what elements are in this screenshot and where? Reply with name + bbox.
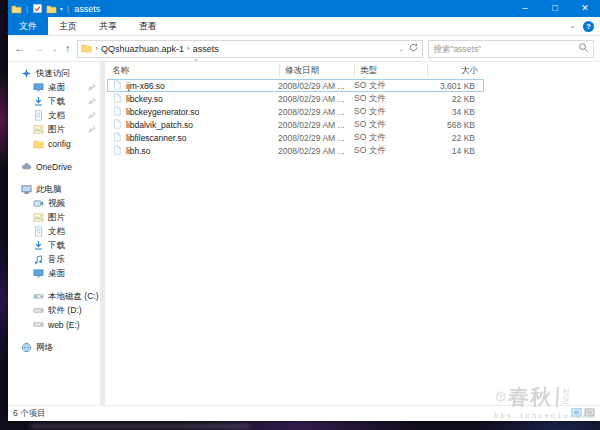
file-date-modified: 2008/02/29 AM ... xyxy=(278,146,354,156)
tab-file[interactable]: 文件 xyxy=(8,17,48,35)
up-button[interactable]: ↑ xyxy=(63,43,73,54)
file-list-pane: ⌃ 名称 修改日期 类型 大小 ijm-x86.so2008/02/29 AM … xyxy=(105,62,600,405)
window-title: assets xyxy=(74,4,100,14)
sidebar-item-desktop-pc[interactable]: 桌面 xyxy=(8,267,100,281)
file-icon xyxy=(112,80,122,92)
minimize-button[interactable]: – xyxy=(510,0,540,17)
close-button[interactable]: ✕ xyxy=(570,0,600,17)
sidebar-item-disk-c[interactable]: 本地磁盘 (C:) xyxy=(8,290,100,304)
tab-view[interactable]: 查看 xyxy=(128,17,168,35)
file-name: libckeygenerator.so xyxy=(126,107,199,117)
sidebar-item-label: 文档 xyxy=(48,226,65,238)
new-folder-icon[interactable] xyxy=(46,3,57,14)
file-list: ijm-x86.so2008/02/29 AM ...SO 文件3,601 KB… xyxy=(107,79,484,157)
sidebar-section-onedrive[interactable]: OneDrive xyxy=(8,160,100,174)
sidebar-section-this-pc[interactable]: 此电脑 xyxy=(8,183,100,197)
table-row[interactable]: libfilescanner.so2008/02/29 AM ...SO 文件2… xyxy=(107,131,484,144)
ribbon-tabs: 文件主页共享查看 ⌄ ? xyxy=(8,17,600,36)
sidebar-item-music[interactable]: 音乐 xyxy=(8,253,100,267)
sidebar-item-label: 下载 xyxy=(48,96,65,108)
table-row[interactable]: libckey.so2008/02/29 AM ...SO 文件22 KB xyxy=(107,92,484,105)
search-box xyxy=(428,40,594,58)
file-size: 22 KB xyxy=(427,94,479,104)
breadcrumb-segment[interactable]: QQshuazhuan.apk-1 xyxy=(101,44,184,54)
file-size: 14 KB xyxy=(427,146,479,156)
customize-toolbar-caret-icon[interactable]: ▾ xyxy=(60,6,63,12)
file-date-modified: 2008/02/29 AM ... xyxy=(278,120,354,130)
sidebar-item-label: 下载 xyxy=(48,240,65,252)
back-button[interactable]: ← xyxy=(12,43,27,54)
file-size: 34 KB xyxy=(427,107,479,117)
file-type: SO 文件 xyxy=(354,145,427,157)
column-header-name[interactable]: ⌃ 名称 xyxy=(107,64,279,77)
pin-icon xyxy=(88,125,100,135)
maximize-button[interactable]: □ xyxy=(540,0,570,17)
navigation-pane: 快速访问桌面下载文档图片configOneDrive此电脑视频图片文档下载音乐桌… xyxy=(8,62,100,405)
file-icon xyxy=(112,93,122,105)
sidebar-item-disk-e[interactable]: web (E:) xyxy=(8,318,100,332)
refresh-icon[interactable] xyxy=(408,42,419,55)
thumbnails-view-icon[interactable] xyxy=(584,407,595,420)
sidebar-item-documents[interactable]: 文档 xyxy=(8,109,100,123)
file-size: 3,601 KB xyxy=(427,81,479,91)
details-view-icon[interactable] xyxy=(571,407,582,420)
titlebar-separator: | xyxy=(25,4,29,13)
sidebar-item-label: 音乐 xyxy=(48,254,65,266)
recent-locations-caret-icon[interactable]: ⌄ xyxy=(52,45,58,53)
sidebar-item-downloads-pc[interactable]: 下载 xyxy=(8,239,100,253)
file-date-modified: 2008/02/29 AM ... xyxy=(278,81,354,91)
table-row[interactable]: libdalvik_patch.so2008/02/29 AM ...SO 文件… xyxy=(107,118,484,131)
column-header-size[interactable]: 大小 xyxy=(427,64,482,77)
search-icon[interactable] xyxy=(578,42,589,55)
sidebar-section-label: 快速访问 xyxy=(36,68,70,80)
titlebar-separator: | xyxy=(66,4,70,13)
address-dropdown-caret-icon[interactable]: ⌄ xyxy=(399,45,405,53)
sidebar-item-desktop[interactable]: 桌面 xyxy=(8,81,100,95)
properties-icon[interactable] xyxy=(32,3,43,14)
network-icon xyxy=(21,342,32,355)
file-name: ijm-x86.so xyxy=(126,81,165,91)
help-icon[interactable]: ? xyxy=(583,21,594,32)
quick-access-toolbar: | ▾ | xyxy=(8,3,70,14)
sidebar-item-label: 视频 xyxy=(48,198,65,210)
forward-button[interactable]: → xyxy=(32,43,47,54)
titlebar: | ▾ | assets – □ ✕ xyxy=(8,0,600,17)
drive-c-icon xyxy=(33,291,44,304)
ribbon-tabs-list: 文件主页共享查看 xyxy=(8,17,168,35)
star-icon xyxy=(21,68,32,81)
expand-ribbon-icon[interactable]: ⌄ xyxy=(569,22,576,30)
sidebar-item-config[interactable]: config xyxy=(8,137,100,151)
file-size: 22 KB xyxy=(427,133,479,143)
file-date-modified: 2008/02/29 AM ... xyxy=(278,107,354,117)
sidebar-section-network[interactable]: 网络 xyxy=(8,341,100,355)
table-row[interactable]: libckeygenerator.so2008/02/29 AM ...SO 文… xyxy=(107,105,484,118)
breadcrumb-segment[interactable]: assets xyxy=(193,44,219,54)
table-row[interactable]: ijm-x86.so2008/02/29 AM ...SO 文件3,601 KB xyxy=(107,79,484,92)
sidebar-item-documents-pc[interactable]: 文档 xyxy=(8,225,100,239)
file-date-modified: 2008/02/29 AM ... xyxy=(278,133,354,143)
sidebar-item-pictures-pc[interactable]: 图片 xyxy=(8,211,100,225)
sidebar-item-downloads[interactable]: 下载 xyxy=(8,95,100,109)
column-header-date-modified[interactable]: 修改日期 xyxy=(279,64,354,77)
document-icon xyxy=(33,226,44,239)
sidebar-item-label: 本地磁盘 (C:) xyxy=(48,291,99,303)
table-row[interactable]: libh.so2008/02/29 AM ...SO 文件14 KB xyxy=(107,144,484,157)
status-bar: 6 个项目 xyxy=(8,405,600,421)
file-name: libckey.so xyxy=(126,94,163,104)
address-bar[interactable]: › QQshuazhuan.apk-1›assets ⌄ xyxy=(77,40,423,58)
sidebar-item-pictures[interactable]: 图片 xyxy=(8,123,100,137)
picture-icon xyxy=(33,124,44,137)
drive-icon xyxy=(33,305,44,318)
sidebar-item-label: 桌面 xyxy=(48,268,65,280)
column-header-type[interactable]: 类型 xyxy=(354,64,427,77)
tab-share[interactable]: 共享 xyxy=(88,17,128,35)
sidebar-item-videos[interactable]: 视频 xyxy=(8,197,100,211)
tab-home[interactable]: 主页 xyxy=(48,17,88,35)
sidebar-section-quick-access[interactable]: 快速访问 xyxy=(8,67,100,81)
file-icon xyxy=(112,132,122,144)
sidebar-item-disk-d[interactable]: 软件 (D:) xyxy=(8,304,100,318)
sidebar-item-label: web (E:) xyxy=(48,320,80,330)
search-input[interactable] xyxy=(433,44,578,54)
file-type: SO 文件 xyxy=(354,93,427,105)
sidebar-section-label: 此电脑 xyxy=(36,184,62,196)
